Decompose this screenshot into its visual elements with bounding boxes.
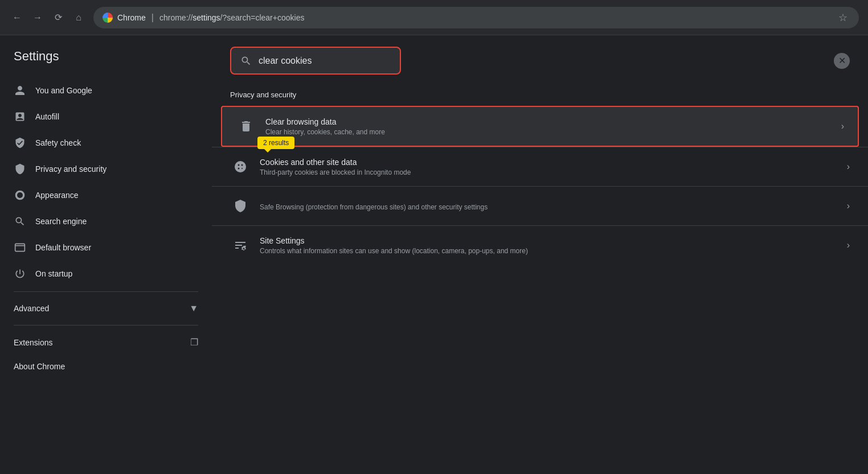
result-title-site-settings: Site Settings xyxy=(260,236,847,245)
sidebar-divider-2 xyxy=(14,325,198,325)
sidebar-item-you-and-google[interactable]: You and Google xyxy=(0,77,203,104)
sidebar-label-safety-check: Safety check xyxy=(35,138,81,147)
cookies-icon xyxy=(230,156,251,177)
sidebar-extensions-label: Extensions xyxy=(14,338,181,347)
sidebar-label-on-startup: On startup xyxy=(35,269,72,278)
security-icon xyxy=(230,196,251,216)
sidebar-label-appearance: Appearance xyxy=(35,191,79,200)
chevron-down-icon: ▼ xyxy=(189,303,198,314)
chrome-logo-icon xyxy=(103,13,113,23)
default-browser-icon xyxy=(14,241,26,254)
appearance-icon xyxy=(14,189,26,201)
result-subtitle-cookies: Third-party cookies are blocked in Incog… xyxy=(260,168,847,176)
svg-point-5 xyxy=(238,164,240,166)
home-button[interactable]: ⌂ xyxy=(71,10,87,26)
sidebar-label-default-browser: Default browser xyxy=(35,243,91,252)
search-engine-icon xyxy=(14,215,26,228)
result-title-clear-browsing: Clear browsing data xyxy=(265,117,841,126)
url-settings: settings xyxy=(193,13,220,22)
back-button[interactable]: ← xyxy=(9,10,25,26)
site-settings-icon xyxy=(230,235,251,255)
forward-button[interactable]: → xyxy=(30,10,46,26)
sidebar-divider xyxy=(14,291,198,292)
safety-check-icon xyxy=(14,137,26,149)
result-text-site-settings: Site Settings Controls what information … xyxy=(260,236,847,255)
clear-search-button[interactable]: ✕ xyxy=(834,53,850,69)
sidebar-item-autofill[interactable]: Autofill xyxy=(0,104,203,130)
browser-chrome: ← → ⟳ ⌂ Chrome | chrome://settings/?sear… xyxy=(0,0,868,35)
result-item-security[interactable]: Safe Browsing (protection from dangerous… xyxy=(212,186,868,225)
person-icon xyxy=(14,84,26,97)
result-item-clear-browsing-data[interactable]: Clear browsing data Clear history, cooki… xyxy=(221,106,859,147)
main-layout: Settings You and Google Autofill Safety … xyxy=(0,35,868,474)
bookmark-button[interactable]: ☆ xyxy=(836,9,850,26)
sidebar-item-extensions[interactable]: Extensions ❐ xyxy=(0,330,212,355)
content-area: ✕ Privacy and security Clear browsing da… xyxy=(212,35,868,474)
result-title-cookies: Cookies and other site data xyxy=(260,158,847,167)
result-subtitle-security: Safe Browsing (protection from dangerous… xyxy=(260,203,847,211)
result-item-site-settings[interactable]: Site Settings Controls what information … xyxy=(212,225,868,265)
result-text-clear-browsing: Clear browsing data Clear history, cooki… xyxy=(265,117,841,136)
url-base: chrome:// xyxy=(159,13,193,22)
result-subtitle-site-settings: Controls what information sites can use … xyxy=(260,247,847,255)
result-item-cookies[interactable]: Cookies and other site data Third-party … xyxy=(212,147,868,186)
search-bar-container: ✕ xyxy=(212,35,868,86)
address-text: chrome://settings/?search=clear+cookies xyxy=(159,13,304,22)
external-link-icon: ❐ xyxy=(190,337,198,348)
chevron-right-icon-4: › xyxy=(847,240,850,250)
svg-point-7 xyxy=(238,168,240,170)
sidebar-item-privacy-and-security[interactable]: Privacy and security xyxy=(0,156,203,182)
sidebar-label-search-engine: Search engine xyxy=(35,217,87,226)
on-startup-icon xyxy=(14,267,26,280)
result-text-security: Safe Browsing (protection from dangerous… xyxy=(260,201,847,211)
sidebar-label-autofill: Autofill xyxy=(35,112,59,121)
sidebar-advanced-label: Advanced xyxy=(14,304,189,313)
sidebar-item-safety-check[interactable]: Safety check xyxy=(0,130,203,156)
autofill-icon xyxy=(14,110,26,123)
svg-point-8 xyxy=(241,168,243,169)
sidebar: Settings You and Google Autofill Safety … xyxy=(0,35,212,474)
address-bar-brand: Chrome xyxy=(117,13,146,22)
sidebar-label-you-and-google: You and Google xyxy=(35,86,92,95)
chevron-right-icon: › xyxy=(841,121,844,131)
sidebar-item-on-startup[interactable]: On startup xyxy=(0,261,203,287)
sidebar-item-advanced[interactable]: Advanced ▼ xyxy=(0,296,212,320)
svg-point-6 xyxy=(241,164,243,166)
clear-browsing-icon xyxy=(236,116,256,137)
results-count-badge: 2 results xyxy=(257,137,294,149)
chevron-right-icon-2: › xyxy=(847,162,850,172)
svg-rect-2 xyxy=(15,244,25,251)
section-title: Privacy and security xyxy=(212,86,868,104)
sidebar-item-search-engine[interactable]: Search engine xyxy=(0,208,203,234)
svg-point-4 xyxy=(235,161,246,172)
address-separator: | xyxy=(152,13,154,23)
result-text-cookies: Cookies and other site data Third-party … xyxy=(260,158,847,176)
sidebar-item-about-chrome[interactable]: About Chrome xyxy=(0,355,212,378)
sidebar-item-appearance[interactable]: Appearance xyxy=(0,182,203,208)
search-input[interactable] xyxy=(259,56,391,66)
chevron-right-icon-3: › xyxy=(847,201,850,211)
sidebar-item-default-browser[interactable]: Default browser xyxy=(0,234,203,261)
settings-search-bar[interactable] xyxy=(230,47,401,75)
url-search: /?search=clear+cookies xyxy=(220,13,305,22)
sidebar-about-label: About Chrome xyxy=(14,362,65,371)
sidebar-title: Settings xyxy=(0,49,212,77)
reload-button[interactable]: ⟳ xyxy=(50,10,66,26)
nav-buttons: ← → ⟳ ⌂ xyxy=(9,10,87,26)
svg-point-1 xyxy=(17,192,23,198)
privacy-security-icon xyxy=(14,163,26,175)
sidebar-label-privacy-security: Privacy and security xyxy=(35,164,107,174)
search-icon xyxy=(240,55,252,67)
result-subtitle-clear-browsing: Clear history, cookies, cache, and more xyxy=(265,128,841,136)
address-bar[interactable]: Chrome | chrome://settings/?search=clear… xyxy=(93,7,859,28)
